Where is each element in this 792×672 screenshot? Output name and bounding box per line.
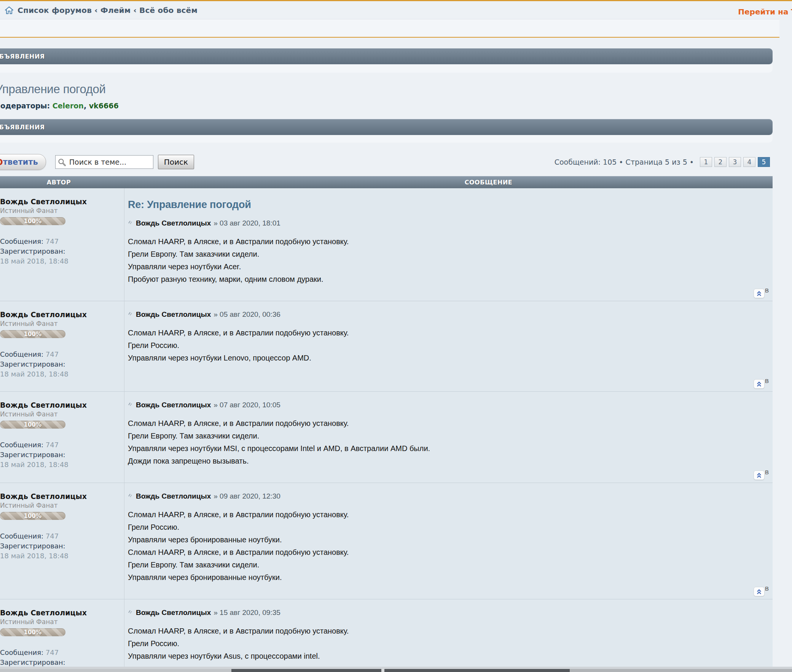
post-row: Вождь Светлолицых Истинный Фанат 100% Со… <box>0 301 773 392</box>
author-rank: Истинный Фанат <box>0 320 120 328</box>
jump-to-link[interactable]: Перейти на Т <box>738 7 792 16</box>
minipost-icon <box>128 218 132 227</box>
post-body-line: Сломал HAARP, в Аляске, и в Австралии по… <box>128 235 767 248</box>
posts-count-value: 747 <box>46 350 59 358</box>
author-profile-link[interactable]: Вождь Светлолицых <box>0 197 120 206</box>
back-to-top-button[interactable]: В <box>754 470 769 480</box>
page-button-5[interactable]: 5 <box>758 157 770 167</box>
posts-count-label: Сообщения: <box>0 532 43 540</box>
posts-count-value: 747 <box>46 532 59 540</box>
taskbar-divider <box>382 669 385 672</box>
page-title: Управление погодой <box>0 83 779 96</box>
moderators-label: Модераторы: <box>0 102 50 110</box>
home-icon[interactable] <box>5 6 14 14</box>
joined-value: 18 май 2018, 18:48 <box>0 256 120 266</box>
post-body-line: Пробуют разную технику, марки, одним сло… <box>128 273 767 286</box>
post-body-line: Управляли через бронированные ноутбуки. <box>128 571 767 584</box>
posts-count-label: Сообщения: <box>0 350 43 358</box>
minipost-icon <box>128 310 132 318</box>
author-profile-link[interactable]: Вождь Светлолицых <box>0 401 120 409</box>
post-body-line: Грели Россию. <box>128 521 767 534</box>
moderator-link-vk6666[interactable]: vk6666 <box>89 102 119 110</box>
post-meta-author: Вождь Светлолицых <box>136 219 211 227</box>
page-button-4[interactable]: 4 <box>743 157 755 167</box>
back-to-top-icon <box>754 587 765 596</box>
author-rank-bar: 100% <box>0 421 66 429</box>
back-to-top-letter: В <box>765 585 769 592</box>
topic-controls: Ответить Поиск Сообщений: 105 • Страница… <box>0 154 773 170</box>
post-message-panel: Вождь Светлолицых » 05 авг 2020, 00:36 С… <box>125 301 773 391</box>
joined-label: Зарегистрирован: <box>0 658 120 667</box>
column-header-message: СООБЩЕНИЕ <box>164 179 792 186</box>
post-body: Сломал HAARP, в Аляске, и в Австралии по… <box>128 235 767 286</box>
minipost-icon <box>128 400 132 408</box>
post-body: Сломал HAARP, в Аляске, и в Австралии по… <box>128 327 767 364</box>
post-row: Вождь Светлолицых Истинный Фанат 100% Со… <box>0 599 773 672</box>
posts-count-value: 747 <box>46 648 59 656</box>
author-rank: Истинный Фанат <box>0 207 120 214</box>
breadcrumb: Список форумов ‹ Флейм ‹ Всё обо всём Пе… <box>0 1 779 19</box>
post-message-panel: Вождь Светлолицых » 15 авг 2020, 09:35 С… <box>125 599 773 672</box>
header-substrip <box>0 19 779 37</box>
author-stats: Сообщения: 747 Зарегистрирован: 18 май 2… <box>0 440 120 470</box>
rank-percent: 100% <box>0 217 66 225</box>
joined-label: Зарегистрирован: <box>0 246 120 256</box>
search-button[interactable]: Поиск <box>158 155 194 169</box>
page-button-2[interactable]: 2 <box>714 157 726 167</box>
table-header: АВТОР СООБЩЕНИЕ <box>0 176 773 188</box>
rank-percent: 100% <box>0 330 66 338</box>
post-body: Сломал HAARP, в Аляске, и в Австралии по… <box>128 509 767 584</box>
search-input[interactable] <box>55 155 153 169</box>
posts-count-value: 747 <box>46 237 59 245</box>
page-button-3[interactable]: 3 <box>729 157 741 167</box>
back-to-top-button[interactable]: В <box>754 587 769 596</box>
post-body: Сломал HAARP, в Аляске, и в Австралии по… <box>128 417 767 467</box>
post-meta-author: Вождь Светлолицых <box>136 401 211 409</box>
post-body-line: Управляли через ноутбуки Acer. <box>128 261 767 273</box>
reply-button[interactable]: Ответить <box>0 154 46 170</box>
post-meta-author: Вождь Светлолицых <box>136 492 211 501</box>
post-meta-author: Вождь Светлолицых <box>136 608 211 617</box>
author-rank-bar: 100% <box>0 217 66 225</box>
forum-page: Список форумов ‹ Флейм ‹ Всё обо всём Пе… <box>0 0 792 672</box>
rank-percent: 100% <box>0 512 66 520</box>
post-author-panel: Вождь Светлолицых Истинный Фанат 100% Со… <box>0 188 125 301</box>
post-body-line: Сломал HAARP, в Аляске, и в Австралии по… <box>128 546 767 559</box>
post-row: Вождь Светлолицых Истинный Фанат 100% Со… <box>0 188 773 301</box>
post-meta: Вождь Светлолицых » 09 авг 2020, 12:30 <box>128 492 767 501</box>
breadcrumb-links[interactable]: Список форумов ‹ Флейм ‹ Всё обо всём <box>18 6 197 15</box>
post-message-panel: Вождь Светлолицых » 07 авг 2020, 10:05 С… <box>125 392 773 483</box>
post-body-line: Управляли через ноутбуки Lenovo, процесс… <box>128 352 767 364</box>
posts-count-value: 747 <box>46 441 59 449</box>
post-meta-date: » 07 авг 2020, 10:05 <box>213 401 281 409</box>
post-body: Сломал HAARP, в Аляске, и в Австралии по… <box>128 625 767 662</box>
post-body-line: Сломал HAARP, в Аляске, и в Австралии по… <box>128 327 767 339</box>
post-message-panel: Re: Управление погодой Вождь Светлолицых… <box>125 188 773 301</box>
author-rank: Истинный Фанат <box>0 410 120 418</box>
taskbar-sliver <box>0 669 792 672</box>
author-profile-link[interactable]: Вождь Светлолицых <box>0 310 120 319</box>
back-to-top-letter: В <box>765 469 769 475</box>
moderator-link-celeron[interactable]: Celeron <box>53 102 84 110</box>
posts-count-label: Сообщения: <box>0 648 43 656</box>
announcements-label: ОБЪЯВЛЕНИЯ <box>0 53 45 60</box>
post-meta-date: » 15 авг 2020, 09:35 <box>213 608 281 617</box>
page-button-1[interactable]: 1 <box>700 157 712 167</box>
announcements-bar-bottom: ОБЪЯВЛЕНИЯ <box>0 119 773 135</box>
author-rank-bar: 100% <box>0 628 66 636</box>
author-profile-link[interactable]: Вождь Светлолицых <box>0 492 120 501</box>
post-meta: Вождь Светлолицых » 07 авг 2020, 10:05 <box>128 401 767 409</box>
back-to-top-button[interactable]: В <box>754 379 769 389</box>
moderators-line: Модераторы: Celeron, vk6666 <box>0 102 779 110</box>
post-author-panel: Вождь Светлолицых Истинный Фанат 100% Со… <box>0 483 125 599</box>
post-meta: Вождь Светлолицых » 03 авг 2020, 18:01 <box>128 219 767 227</box>
author-stats: Сообщения: 747 Зарегистрирован: 18 май 2… <box>0 349 120 379</box>
post-body-line: Управляли через ноутбуки MSI, с процессо… <box>128 442 767 455</box>
post-body-line: Сломал HAARP, в Аляске, и в Австралии по… <box>128 509 767 521</box>
author-profile-link[interactable]: Вождь Светлолицых <box>0 608 120 617</box>
back-to-top-button[interactable]: В <box>754 289 769 298</box>
joined-value: 18 май 2018, 18:48 <box>0 551 120 561</box>
post-body-line: Управляли через ноутбуки Asus, с процесс… <box>128 650 767 662</box>
post-row: Вождь Светлолицых Истинный Фанат 100% Со… <box>0 392 773 483</box>
post-body-line: Грели Европу. Там заказчики сидели. <box>128 248 767 261</box>
